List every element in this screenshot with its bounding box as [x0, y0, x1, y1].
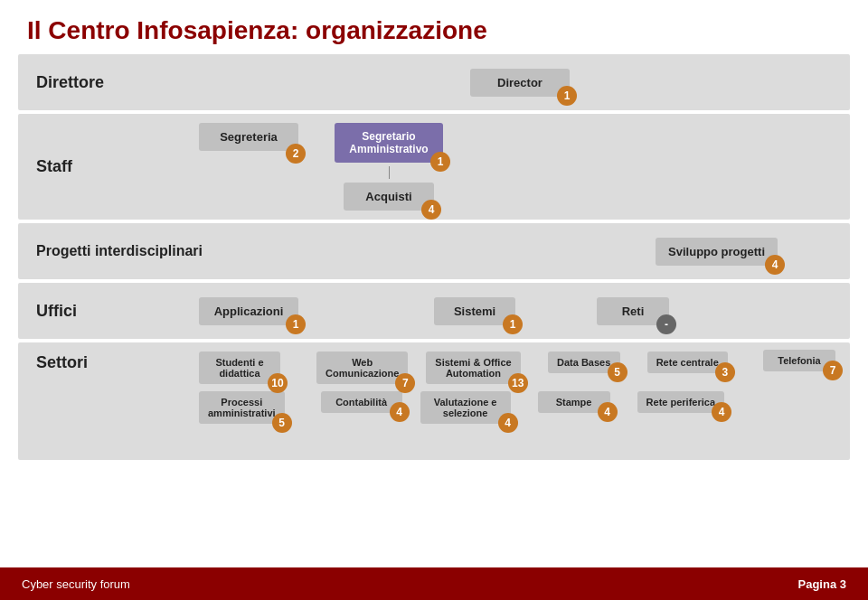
- staff-body: Segreteria 2 Segretario Amministrativo 1: [190, 114, 850, 220]
- reti-wrap: Reti -: [597, 297, 669, 325]
- rete-centrale-wrap: Rete centrale 3: [647, 352, 728, 373]
- uffici-label: Uffici: [18, 293, 190, 330]
- processi-box: Processi amministrativi: [199, 391, 285, 424]
- rete-periferica-wrap: Rete periferica 4: [637, 391, 724, 413]
- contabilita-badge: 4: [390, 402, 410, 422]
- seg-amm-badge: 1: [430, 152, 450, 172]
- segreteria-wrap: Segreteria 2: [199, 123, 298, 155]
- processi-badge: 5: [272, 413, 292, 433]
- segreteria-group: Segreteria 2: [199, 123, 298, 155]
- sistemi-wrap: Sistemi 1: [434, 297, 515, 325]
- segreteria-box: Segreteria: [199, 123, 298, 151]
- director-box: Director: [470, 69, 570, 97]
- valutazione-badge: 4: [498, 413, 518, 433]
- footer-right-text: Pagina 3: [798, 577, 846, 591]
- progetti-band: Progetti interdisciplinari Sviluppo prog…: [18, 223, 850, 279]
- direttore-label: Direttore: [18, 64, 190, 101]
- sistemi-office-box: Sistemi & Office Automation: [426, 352, 520, 384]
- applicazioni-badge: 1: [286, 314, 306, 334]
- applicazioni-box: Applicazioni: [199, 297, 298, 325]
- rete-centrale-badge: 3: [715, 362, 735, 382]
- direttore-band: Direttore Director 1: [18, 54, 850, 110]
- stampe-badge: 4: [598, 402, 618, 422]
- studenti-wrap: Studenti e didattica 10: [199, 352, 280, 384]
- seg-amm-group: Segretario Amministrativo 1 Acquisti 4: [335, 123, 443, 211]
- acquisti-wrap: Acquisti 4: [344, 183, 434, 211]
- web-com-box: Web Comunicazione: [316, 352, 408, 384]
- acquisti-badge: 4: [421, 200, 441, 220]
- segreteria-badge: 2: [286, 144, 306, 164]
- page: Il Centro Infosapienza: organizzazione D…: [0, 0, 868, 600]
- contabilita-wrap: Contabilità 4: [321, 391, 402, 413]
- telefonia-col: Telefonia 7: [763, 342, 850, 380]
- progetti-label: Progetti interdisciplinari: [18, 234, 221, 268]
- page-title: Il Centro Infosapienza: organizzazione: [0, 0, 868, 54]
- staff-band: Staff Segreteria 2 Segretario Ammini: [18, 114, 850, 220]
- processi-wrap: Processi amministrativi 5: [199, 391, 285, 424]
- acquisti-box: Acquisti: [344, 183, 434, 211]
- seg-amm-box: Segretario Amministrativo: [335, 123, 443, 163]
- telefonia-badge2: 7: [823, 361, 843, 380]
- telefonia-wrap2: Telefonia 7: [763, 350, 835, 371]
- footer-left-text: Cyber security forum: [22, 577, 130, 591]
- valutazione-wrap: Valutazione e selezione 4: [420, 391, 511, 424]
- settori-body: Studenti e didattica 10 Web Comunicazion…: [190, 342, 763, 431]
- stampe-wrap: Stampe 4: [538, 391, 610, 413]
- sviluppo-box: Sviluppo progetti: [656, 238, 778, 266]
- director-box-wrap: Director 1: [470, 69, 570, 97]
- uffici-band: Uffici Applicazioni 1 Sistemi 1 Reti: [18, 283, 850, 339]
- databases-wrap: Data Bases 5: [548, 352, 620, 373]
- databases-badge: 5: [608, 362, 627, 382]
- settori-label: Settori: [18, 342, 190, 383]
- content-area: Direttore Director 1 Staff Segreteria: [0, 54, 868, 460]
- reti-badge: -: [656, 314, 676, 334]
- rete-periferica-badge: 4: [712, 402, 731, 422]
- staff-label: Staff: [18, 148, 190, 185]
- applicazioni-wrap: Applicazioni 1: [199, 297, 298, 325]
- direttore-body: Director 1: [190, 61, 850, 104]
- web-com-badge: 7: [395, 373, 415, 393]
- seg-amm-wrap: Segretario Amministrativo 1: [335, 123, 443, 163]
- footer: Cyber security forum Pagina 3: [0, 567, 868, 600]
- director-badge: 1: [557, 86, 577, 106]
- web-com-wrap: Web Comunicazione 7: [316, 352, 408, 384]
- sistemi-office-wrap: Sistemi & Office Automation 13: [426, 352, 520, 384]
- settori-row2: Processi amministrativi 5 Contabilità 4: [199, 391, 724, 424]
- sviluppo-badge: 4: [765, 255, 785, 275]
- sviluppo-wrap: Sviluppo progetti 4: [656, 238, 778, 266]
- uffici-body: Applicazioni 1 Sistemi 1 Reti -: [190, 290, 850, 333]
- sistemi-office-badge: 13: [508, 373, 528, 393]
- studenti-badge: 10: [268, 373, 288, 393]
- sistemi-badge: 1: [503, 314, 523, 334]
- settori-row1: Studenti e didattica 10 Web Comunicazion…: [199, 352, 728, 384]
- progetti-body: Sviluppo progetti 4: [221, 230, 850, 273]
- connector-v1: [389, 166, 390, 179]
- valutazione-box: Valutazione e selezione: [420, 391, 511, 424]
- settori-band: Settori Studenti e didattica 10 Web Comu…: [18, 342, 850, 460]
